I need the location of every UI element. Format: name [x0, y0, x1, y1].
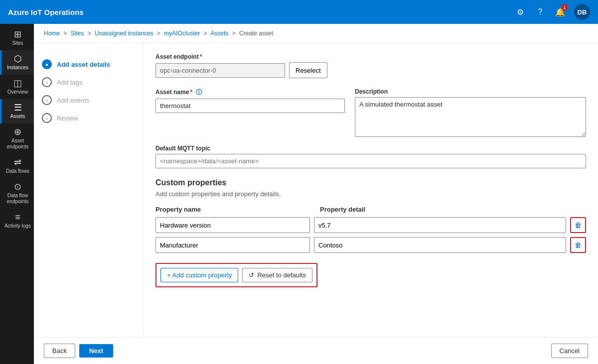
- sidebar-label-assets: Assets: [10, 114, 25, 120]
- breadcrumb-sep-3: >: [157, 30, 160, 37]
- avatar[interactable]: DB: [574, 4, 590, 20]
- asset-endpoint-required: *: [200, 53, 202, 60]
- reset-to-defaults-button[interactable]: ↺ Reset to defaults: [242, 268, 312, 282]
- settings-icon[interactable]: ⚙: [514, 6, 526, 18]
- reselect-button[interactable]: Reselect: [289, 62, 327, 78]
- wizard-step-circle-3: ○: [42, 95, 52, 105]
- bottom-bar: Back Next Cancel: [34, 337, 598, 364]
- asset-name-info-icon: ⓘ: [196, 89, 202, 96]
- sidebar-label-data-flows: Data flows: [6, 168, 29, 174]
- next-button[interactable]: Next: [79, 344, 113, 358]
- breadcrumb-sites[interactable]: Sites: [71, 30, 84, 37]
- wizard-sidebar: ● Add asset details ○ Add tags ○ Add eve…: [34, 43, 144, 337]
- wizard-step-add-asset-details[interactable]: ● Add asset details: [42, 55, 135, 73]
- add-custom-property-button[interactable]: + Add custom property: [160, 268, 238, 282]
- inner-layout: ● Add asset details ○ Add tags ○ Add eve…: [34, 43, 598, 337]
- wizard-step-add-events[interactable]: ○ Add events: [42, 91, 135, 109]
- breadcrumb-sep-2: >: [88, 30, 91, 37]
- property-detail-input-1[interactable]: [314, 217, 566, 233]
- description-field: Description: [355, 88, 586, 137]
- wizard-step-label-3: Add events: [57, 97, 89, 104]
- sidebar-item-overview[interactable]: ◫ Overview: [0, 75, 34, 99]
- properties-list: 🗑 🗑: [155, 217, 586, 253]
- mqtt-topic-field: Default MQTT topic: [155, 145, 586, 168]
- col-property-name: Property name: [155, 206, 310, 213]
- property-detail-input-2[interactable]: [314, 237, 566, 253]
- breadcrumb: Home > Sites > Unassigned instances > my…: [34, 24, 598, 43]
- sidebar-item-data-flow-endpoints[interactable]: ⊙ Data flow endpoints: [0, 178, 34, 209]
- sidebar-label-sites: Sites: [12, 40, 23, 46]
- notification-badge: 1: [561, 4, 568, 11]
- nav-icons: ⚙ ? 🔔 1 DB: [514, 4, 590, 20]
- breadcrumb-unassigned-instances[interactable]: Unassigned instances: [95, 30, 153, 37]
- form-area: Asset endpoint* Reselect Asset name* ⓘ: [144, 43, 598, 337]
- sidebar-item-assets[interactable]: ☰ Assets: [0, 99, 34, 123]
- instances-icon: ⬡: [14, 54, 22, 63]
- sidebar-item-asset-endpoints[interactable]: ⊕ Asset endpoints: [0, 123, 34, 154]
- notifications-icon[interactable]: 🔔 1: [554, 6, 566, 18]
- activity-logs-icon: ≡: [15, 213, 20, 222]
- props-header: Property name Property detail: [155, 206, 586, 213]
- content-area: Home > Sites > Unassigned instances > my…: [34, 24, 598, 364]
- property-row-2: 🗑: [155, 237, 586, 253]
- custom-properties-section: Custom properties Add custom properties …: [155, 178, 586, 287]
- cancel-button[interactable]: Cancel: [551, 344, 588, 358]
- breadcrumb-sep-5: >: [232, 30, 236, 37]
- wizard-step-circle-4: ○: [42, 113, 52, 123]
- data-flow-endpoints-icon: ⊙: [14, 182, 21, 191]
- property-name-input-2[interactable]: [155, 237, 310, 253]
- sidebar-label-asset-endpoints: Asset endpoints: [3, 138, 32, 150]
- app-title: Azure IoT Operations: [8, 8, 514, 16]
- wizard-step-circle-2: ○: [42, 77, 52, 87]
- asset-endpoint-section: Asset endpoint* Reselect: [155, 53, 586, 78]
- asset-name-input[interactable]: [155, 99, 345, 113]
- breadcrumb-current: Create asset: [239, 30, 273, 37]
- asset-endpoint-input[interactable]: [155, 63, 285, 78]
- asset-endpoints-icon: ⊕: [14, 127, 21, 136]
- action-buttons-row: + Add custom property ↺ Reset to default…: [155, 263, 317, 287]
- property-row-1: 🗑: [155, 217, 586, 233]
- wizard-step-review[interactable]: ○ Review: [42, 109, 135, 127]
- data-flows-icon: ⇌: [14, 158, 21, 167]
- description-textarea[interactable]: [355, 97, 586, 137]
- help-icon[interactable]: ?: [534, 6, 546, 18]
- custom-properties-title: Custom properties: [155, 178, 586, 187]
- main-layout: ⊞ Sites ⬡ Instances ◫ Overview ☰ Assets …: [0, 24, 598, 364]
- mqtt-topic-input[interactable]: [155, 154, 586, 168]
- breadcrumb-sep-1: >: [63, 30, 67, 37]
- reset-label: Reset to defaults: [257, 271, 306, 279]
- sidebar-item-instances[interactable]: ⬡ Instances: [0, 50, 34, 75]
- asset-endpoint-label: Asset endpoint*: [155, 53, 586, 60]
- asset-name-required: *: [190, 89, 192, 96]
- sidebar-label-overview: Overview: [7, 89, 28, 95]
- breadcrumb-home[interactable]: Home: [44, 30, 60, 37]
- sidebar-label-instances: Instances: [7, 65, 28, 71]
- back-button[interactable]: Back: [44, 344, 75, 358]
- sidebar-label-activity-logs: Activity logs: [4, 223, 31, 229]
- mqtt-topic-label: Default MQTT topic: [155, 145, 586, 152]
- asset-endpoint-field: Asset endpoint* Reselect: [155, 53, 586, 78]
- sites-icon: ⊞: [14, 30, 21, 39]
- mqtt-topic-section: Default MQTT topic: [155, 145, 586, 168]
- reset-icon: ↺: [249, 271, 254, 279]
- assets-icon: ☰: [14, 103, 22, 112]
- asset-endpoint-row: Reselect: [155, 62, 586, 78]
- property-name-input-1[interactable]: [155, 217, 310, 233]
- wizard-step-label-2: Add tags: [57, 79, 82, 86]
- delete-property-button-2[interactable]: 🗑: [570, 237, 586, 253]
- sidebar: ⊞ Sites ⬡ Instances ◫ Overview ☰ Assets …: [0, 24, 34, 364]
- wizard-step-circle-1: ●: [42, 59, 52, 69]
- asset-name-label: Asset name* ⓘ: [155, 88, 345, 97]
- col-property-detail: Property detail: [320, 206, 586, 213]
- wizard-step-label-1: Add asset details: [57, 61, 110, 68]
- breadcrumb-cluster[interactable]: myAIOcluster: [164, 30, 200, 37]
- delete-property-button-1[interactable]: 🗑: [570, 217, 586, 233]
- description-label: Description: [355, 88, 586, 95]
- sidebar-item-sites[interactable]: ⊞ Sites: [0, 26, 34, 50]
- breadcrumb-assets[interactable]: Assets: [210, 30, 228, 37]
- sidebar-item-activity-logs[interactable]: ≡ Activity logs: [0, 209, 34, 233]
- wizard-step-add-tags[interactable]: ○ Add tags: [42, 73, 135, 91]
- asset-name-description-row: Asset name* ⓘ Description: [155, 88, 586, 137]
- asset-name-field: Asset name* ⓘ: [155, 88, 345, 113]
- sidebar-item-data-flows[interactable]: ⇌ Data flows: [0, 154, 34, 178]
